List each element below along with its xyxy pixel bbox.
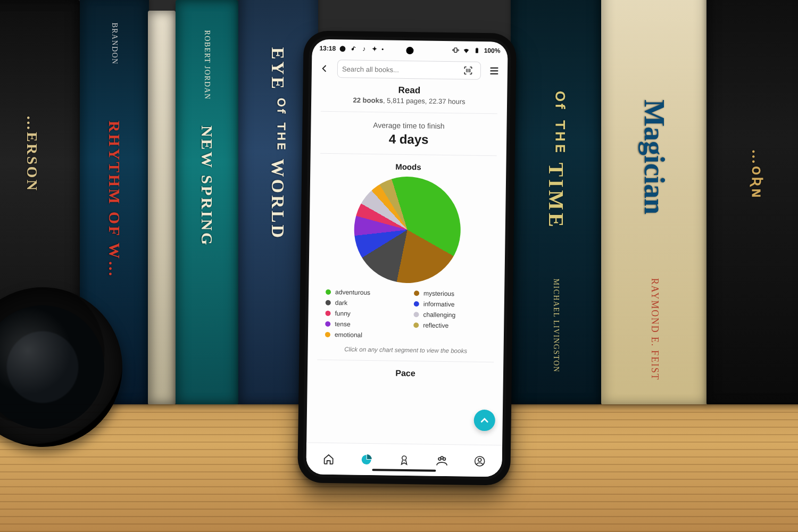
legend-item-challenging[interactable]: challenging xyxy=(413,311,487,319)
camera-punch-hole xyxy=(406,47,413,54)
tab-challenges[interactable] xyxy=(385,453,423,467)
legend-dot xyxy=(326,300,331,305)
read-summary-card: Read 22 books, 5,811 pages, 22.37 hours xyxy=(321,82,498,114)
legend-label: tense xyxy=(335,320,351,328)
svg-point-0 xyxy=(340,46,346,52)
moods-card: Moods adventurousdarkfunnytenseemotional… xyxy=(317,153,496,362)
legend-dot xyxy=(413,312,419,317)
vibrate-icon xyxy=(452,46,460,54)
tiktok-icon xyxy=(350,45,357,52)
wifi-icon xyxy=(463,46,470,54)
legend-item-tense[interactable]: tense xyxy=(325,320,398,329)
stats-content: Read 22 books, 5,811 pages, 22.37 hours … xyxy=(306,81,507,445)
tab-stats[interactable] xyxy=(347,453,386,466)
legend-label: adventurous xyxy=(335,288,370,296)
back-button[interactable] xyxy=(317,61,332,76)
battery-icon xyxy=(473,47,481,54)
tab-community[interactable] xyxy=(423,453,461,468)
phone-frame: 13:18 ♪ ✦ • xyxy=(297,30,517,486)
legend-item-informative[interactable]: informative xyxy=(414,300,487,309)
moods-title: Moods xyxy=(320,161,496,173)
legend-dot xyxy=(326,289,331,295)
tab-home[interactable] xyxy=(310,452,348,466)
pace-card: Pace xyxy=(317,360,494,382)
bookshelf-scene: …ERSON RHYTHM OF W… BRANDON NEW SPRING R… xyxy=(0,0,798,532)
notification-icon-2: ✦ xyxy=(371,45,378,53)
svg-rect-1 xyxy=(454,48,457,52)
read-title: Read xyxy=(321,84,497,97)
battery-percent: 100% xyxy=(484,47,501,54)
legend-item-dark[interactable]: dark xyxy=(326,299,399,307)
legend-dot xyxy=(413,322,419,328)
legend-label: reflective xyxy=(423,321,448,329)
phone-screen: 13:18 ♪ ✦ • xyxy=(306,39,508,477)
legend-item-funny[interactable]: funny xyxy=(325,310,398,318)
status-time: 13:18 xyxy=(319,45,336,52)
legend-item-adventurous[interactable]: adventurous xyxy=(326,288,399,297)
legend-label: funny xyxy=(335,310,351,317)
legend-label: challenging xyxy=(423,311,455,319)
avg-time-label: Average time to finish xyxy=(320,120,497,131)
svg-rect-3 xyxy=(477,48,478,48)
legend-dot xyxy=(325,311,330,316)
tab-profile[interactable] xyxy=(461,454,499,468)
app-bar xyxy=(312,57,508,84)
notification-icon: ♪ xyxy=(360,45,368,53)
moods-pie-chart[interactable] xyxy=(341,163,474,296)
notification-more: • xyxy=(381,46,384,52)
search-field[interactable] xyxy=(337,60,481,80)
legend-item-reflective[interactable]: reflective xyxy=(413,321,487,330)
search-input[interactable] xyxy=(342,65,460,74)
legend-label: dark xyxy=(335,299,348,306)
legend-item-mysterious[interactable]: mysterious xyxy=(414,289,487,298)
svg-point-7 xyxy=(441,456,444,459)
legend-dot xyxy=(414,290,419,296)
legend-label: emotional xyxy=(335,331,362,339)
legend-item-emotional[interactable]: emotional xyxy=(325,331,398,339)
legend-label: mysterious xyxy=(423,289,454,297)
svg-point-9 xyxy=(478,458,481,461)
legend-dot xyxy=(325,321,330,327)
legend-dot xyxy=(414,301,419,306)
avg-time-value: 4 days xyxy=(320,131,497,148)
svg-rect-2 xyxy=(476,48,478,53)
moods-legend: adventurousdarkfunnytenseemotional myste… xyxy=(318,288,495,341)
avg-time-card: Average time to finish 4 days xyxy=(320,111,497,156)
svg-point-4 xyxy=(402,455,406,460)
legend-dot xyxy=(325,332,330,337)
bottom-nav xyxy=(306,442,502,477)
pace-title: Pace xyxy=(317,368,494,380)
legend-label: informative xyxy=(423,300,455,308)
chart-hint: Click on any chart segment to view the b… xyxy=(344,346,467,354)
messenger-icon xyxy=(339,45,346,52)
menu-button[interactable] xyxy=(486,63,502,79)
read-detail: 22 books, 5,811 pages, 22.37 hours xyxy=(321,96,497,106)
barcode-scan-icon[interactable] xyxy=(460,62,476,78)
